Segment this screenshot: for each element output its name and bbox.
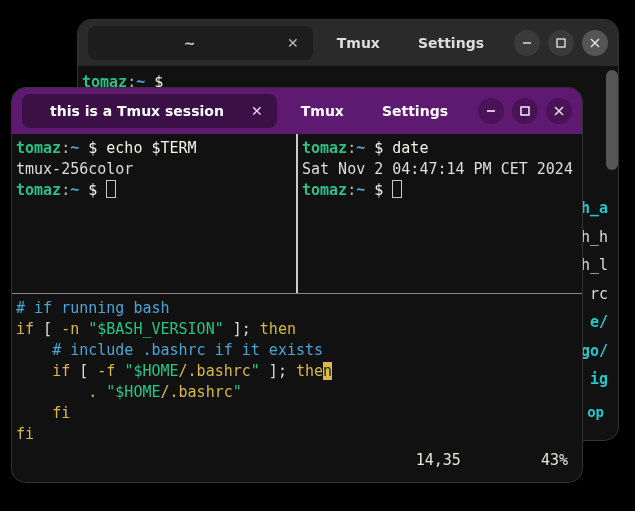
- editor-line: . "$HOME/.bashrc": [16, 382, 578, 403]
- file-list-item: rc: [581, 280, 608, 309]
- svg-rect-5: [521, 107, 529, 115]
- editor-pane[interactable]: # if running bashif [ -n "$BASH_VERSION"…: [12, 294, 582, 447]
- editor-line: if [ -f "$HOME/.bashrc" ]; then: [16, 361, 578, 382]
- titlebar: ~ ✕ Tmux Settings: [78, 20, 618, 66]
- cursor-position: 14,35: [416, 451, 461, 469]
- pane-right[interactable]: tomaz:~ $ date Sat Nov 2 04:47:14 PM CET…: [296, 134, 582, 293]
- command: echo $TERM: [106, 139, 196, 157]
- close-window-icon[interactable]: [582, 30, 608, 56]
- editor-line: # if running bash: [16, 298, 578, 319]
- file-list-item: h_h: [581, 223, 608, 252]
- file-list: h_ah_hh_lrce/go/ig: [581, 194, 608, 394]
- maximize-icon[interactable]: [512, 98, 538, 124]
- scrollbar[interactable]: [606, 70, 618, 170]
- file-list-item: e/: [581, 308, 608, 337]
- tab-tmux[interactable]: Tmux: [323, 26, 394, 60]
- editor-line: if [ -n "$BASH_VERSION" ]; then: [16, 319, 578, 340]
- tab-settings[interactable]: Settings: [404, 26, 498, 60]
- tab-current[interactable]: ~ ✕: [88, 26, 313, 60]
- command: date: [392, 139, 428, 157]
- editor-line: fi: [16, 403, 578, 424]
- minimize-icon[interactable]: [514, 30, 540, 56]
- svg-rect-1: [557, 39, 565, 47]
- file-list-item: go/: [581, 337, 608, 366]
- tab-tmux[interactable]: Tmux: [287, 94, 358, 128]
- close-icon[interactable]: ✕: [251, 103, 263, 119]
- close-icon[interactable]: ✕: [287, 35, 299, 51]
- minimize-icon[interactable]: [478, 98, 504, 124]
- tab-title: this is a Tmux session: [50, 103, 224, 119]
- tab-settings[interactable]: Settings: [368, 94, 462, 128]
- scroll-percent: 43%: [541, 451, 568, 469]
- tab-current[interactable]: this is a Tmux session ✕: [22, 94, 277, 128]
- editor-line: fi: [16, 424, 578, 445]
- terminal-window-front: this is a Tmux session ✕ Tmux Settings t…: [12, 88, 582, 482]
- file-list-item: h_l: [581, 251, 608, 280]
- tmux-panes: tomaz:~ $ echo $TERM tmux-256color tomaz…: [12, 134, 582, 294]
- output: Sat Nov 2 04:47:14 PM CET 2024: [302, 159, 578, 180]
- pane-left[interactable]: tomaz:~ $ echo $TERM tmux-256color tomaz…: [12, 134, 296, 293]
- file-list-item: h_a: [581, 194, 608, 223]
- titlebar: this is a Tmux session ✕ Tmux Settings: [12, 88, 582, 134]
- status-line: 14,35 43%: [12, 447, 582, 475]
- maximize-icon[interactable]: [548, 30, 574, 56]
- close-window-icon[interactable]: [546, 98, 572, 124]
- tab-title: ~: [102, 35, 277, 51]
- output: tmux-256color: [16, 159, 292, 180]
- file-list-item: ig: [581, 365, 608, 394]
- cursor: [392, 180, 402, 198]
- file-list-last: op: [587, 404, 604, 420]
- cursor: [106, 180, 116, 198]
- editor-line: # include .bashrc if it exists: [16, 340, 578, 361]
